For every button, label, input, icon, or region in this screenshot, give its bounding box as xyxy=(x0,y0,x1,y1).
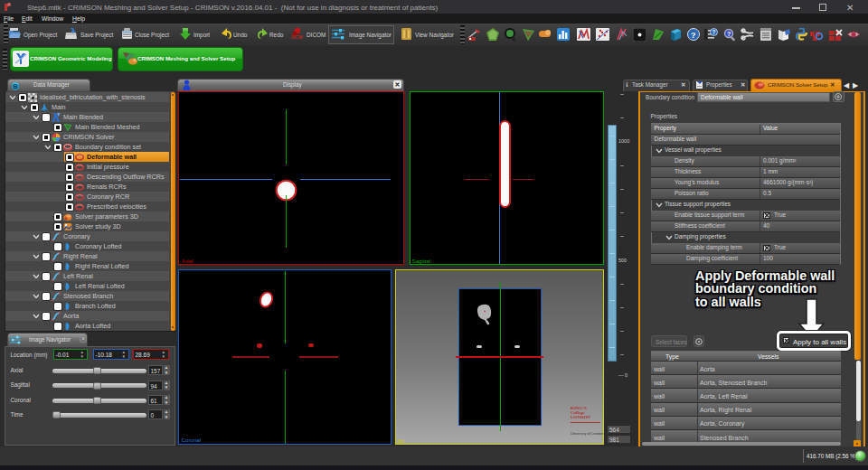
svg-text:?: ? xyxy=(727,31,731,37)
svg-text:DCM: DCM xyxy=(291,34,303,40)
svg-text:?: ? xyxy=(691,31,696,40)
svg-text:B: B xyxy=(13,83,17,89)
svg-text:?: ? xyxy=(712,29,716,35)
